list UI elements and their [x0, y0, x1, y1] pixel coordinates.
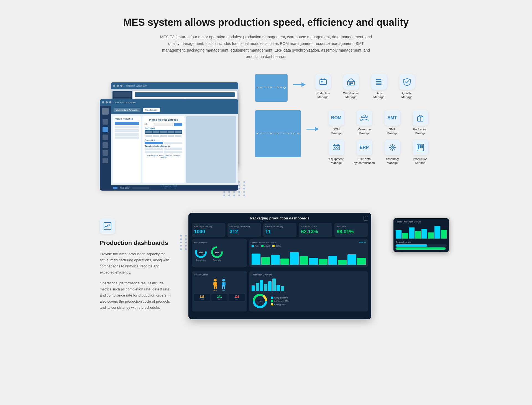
module-bom: BOM BOMManage: [324, 110, 348, 135]
resource-label: ResourceManage: [358, 127, 371, 135]
metric-completion-rate: Completion rate 62.13%: [299, 223, 332, 237]
svg-rect-8: [351, 82, 353, 84]
assembly-icon: [388, 143, 397, 152]
svg-rect-50: [213, 282, 214, 285]
svg-line-33: [390, 145, 391, 146]
operation-label: Operation: [255, 74, 288, 102]
svg-rect-51: [216, 282, 217, 285]
production-manage-label: productionManage: [316, 91, 330, 99]
data-manage-icon: [375, 77, 383, 86]
svg-rect-23: [337, 144, 339, 146]
assembly-icon-box: [385, 140, 400, 155]
svg-point-48: [214, 279, 217, 282]
modules-panel: Operation: [255, 74, 432, 165]
svg-point-14: [381, 83, 382, 85]
svg-point-15: [363, 115, 366, 118]
warehouse-manage-icon: [347, 77, 355, 86]
resource-icon: [360, 113, 369, 122]
dashboard-expand-icon: [364, 216, 368, 221]
svg-rect-6: [347, 81, 355, 85]
screenshot-main: MES Production System Work orde: [100, 99, 238, 191]
donut-chart-1: 62%: [194, 245, 208, 259]
svg-rect-2: [324, 81, 325, 81]
resource-icon-box: [357, 110, 372, 126]
svg-rect-59: [224, 286, 225, 289]
smt-icon-box: SMT: [385, 110, 400, 126]
svg-rect-38: [418, 145, 419, 149]
pie-chart: 50%: [252, 293, 268, 309]
module-production-manage: productionManage: [311, 74, 335, 99]
bottom-left-panel: Production dashboards Provide the latest…: [100, 213, 172, 315]
svg-rect-40: [421, 145, 423, 148]
metric-actual-qty: Actual qty of the day 312: [227, 223, 261, 237]
svg-rect-7: [349, 82, 351, 85]
production-kanban-icon: [416, 143, 425, 152]
equipment-label: EquipmentManage: [329, 157, 344, 165]
bom-text: BOM: [331, 115, 341, 120]
module-quality-manage: QualityManage: [395, 74, 419, 99]
functionality-label: Functionality: [255, 110, 301, 157]
operation-grid: productionManage: [311, 74, 419, 99]
production-kanban-icon-box: [413, 140, 428, 155]
quality-manage-icon-box: [399, 74, 415, 90]
packaging-icon-box: [413, 110, 428, 126]
svg-rect-53: [216, 286, 217, 289]
module-packaging: PackagingManage: [408, 110, 432, 135]
functionality-grid: BOM BOMManage: [324, 110, 432, 165]
equipment-icon: [332, 143, 341, 152]
svg-point-25: [337, 147, 338, 148]
metric-pass-rate: Pass rate 98.01%: [334, 223, 368, 237]
person-status-area: Person Status: [192, 271, 247, 312]
module-warehouse-manage: WarehouseManage: [339, 74, 363, 99]
person-figure-1: [212, 279, 219, 290]
svg-rect-5: [324, 79, 325, 80]
svg-rect-4: [321, 79, 322, 80]
svg-rect-1: [321, 81, 323, 82]
warehouse-manage-label: WarehouseManage: [343, 91, 359, 99]
data-manage-label: DataManage: [374, 91, 385, 99]
equipment-icon-box: [329, 140, 344, 155]
svg-point-28: [392, 147, 393, 148]
functionality-arrow: [306, 127, 319, 131]
svg-rect-3: [324, 82, 325, 82]
smt-label: SMTManage: [387, 127, 398, 135]
dashboard-title: Packaging production dashboards: [250, 216, 310, 220]
readying-text: READYING: [161, 185, 178, 188]
svg-rect-58: [222, 286, 223, 289]
erp-label: ERP datasynchronization: [354, 157, 375, 165]
svg-line-36: [390, 149, 391, 150]
metric-plan-qty: Plan qty of the day 1000: [192, 223, 225, 237]
svg-point-17: [366, 116, 367, 118]
svg-point-24: [334, 147, 336, 148]
donut-chart-2: 98%: [210, 245, 224, 259]
svg-rect-0: [320, 80, 326, 85]
small-dashboard-overlay: Period Production Details Completion rat…: [393, 218, 449, 252]
smt-text: SMT: [388, 115, 397, 120]
svg-point-12: [381, 79, 382, 80]
dashboard-mockup: Packaging production dashboards Plan qty…: [188, 213, 371, 319]
bar-chart: [252, 248, 366, 265]
operation-group: Operation: [255, 74, 432, 102]
bar-chart-area: Period Production Details View All Plan …: [249, 239, 368, 267]
production-kanban-label: ProductionKanban: [413, 157, 428, 165]
bom-icon-box: BOM: [329, 110, 344, 126]
module-erp: ERP ERP datasynchronization: [352, 140, 376, 165]
production-manage-icon-box: [315, 74, 331, 90]
data-manage-icon-box: [371, 74, 387, 90]
bom-label: BOMManage: [331, 127, 342, 135]
functionality-group: Functionality BOM BOMManage: [255, 110, 432, 165]
bottom-right-panel: Packaging production dashboards Plan qty…: [188, 213, 432, 319]
person-figure-2: [220, 279, 227, 290]
bottom-section-icon: [100, 218, 115, 234]
operation-arrow: [293, 82, 306, 87]
chart-area-icon: [103, 222, 112, 231]
bottom-section-title: Production dashboards: [100, 239, 172, 247]
svg-point-13: [381, 81, 382, 82]
svg-point-54: [222, 279, 225, 282]
svg-text:50%: 50%: [258, 300, 262, 302]
svg-rect-22: [334, 144, 335, 146]
metrics-row: Plan qty of the day 1000 Actual qty of t…: [192, 223, 368, 237]
assembly-label: AssemblyManage: [386, 157, 399, 165]
svg-line-35: [393, 145, 395, 146]
production-manage-icon: [319, 77, 328, 86]
